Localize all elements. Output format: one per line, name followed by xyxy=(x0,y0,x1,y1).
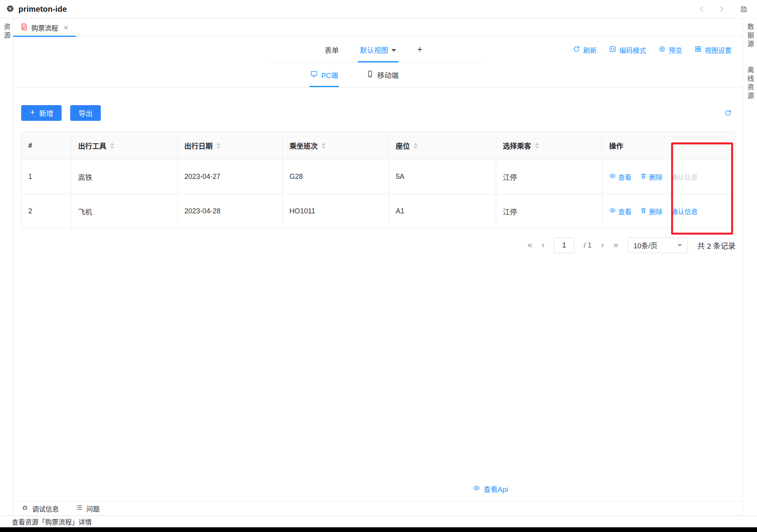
column-header-label: 出行工具 xyxy=(78,140,106,151)
column-header-date[interactable]: 出行日期 xyxy=(178,132,283,160)
phone-icon xyxy=(366,70,374,80)
preview-button[interactable]: 预览 xyxy=(659,45,682,55)
sort-icon xyxy=(217,143,220,149)
tab-mobile[interactable]: 移动端 xyxy=(366,63,399,87)
tab-default-view[interactable]: 默认视图 xyxy=(360,37,396,62)
add-view-button[interactable]: + xyxy=(417,37,422,62)
titlebar: primeton-ide xyxy=(0,0,757,18)
code-mode-icon xyxy=(609,46,616,55)
table-header-row: # 出行工具 出行日期 乘坐班次 xyxy=(22,132,735,160)
debug-info-label: 调试信息 xyxy=(32,504,59,514)
plus-icon xyxy=(29,109,36,117)
sort-icon xyxy=(414,143,418,149)
export-label: 导出 xyxy=(78,108,93,118)
tab-mobile-label: 移动端 xyxy=(377,70,399,80)
column-header-label: 乘坐班次 xyxy=(289,140,318,151)
column-header-label: 选择乘客 xyxy=(503,140,531,151)
cell-tool: 飞机 xyxy=(71,194,178,229)
eye-icon xyxy=(473,485,480,494)
cell-actions: 查看 删除 确认信息 xyxy=(602,160,735,194)
last-page-button[interactable]: » xyxy=(613,241,618,250)
confirm-info-button[interactable]: 确认信息 xyxy=(671,206,698,216)
app-title: primeton-ide xyxy=(18,5,67,14)
confirm-info-button[interactable]: 确认信息 xyxy=(671,172,698,182)
toolbar-actions: 刷新 编码模式 预览 xyxy=(573,37,732,63)
cell-index: 2 xyxy=(22,194,71,229)
view-api-link[interactable]: 查看Api xyxy=(473,484,508,494)
issues-tab[interactable]: 问题 xyxy=(75,504,100,514)
cell-trip: G28 xyxy=(283,160,389,194)
trash-icon xyxy=(640,173,647,181)
list-icon xyxy=(75,504,83,513)
cell-seat: A1 xyxy=(389,194,496,229)
records-table: # 出行工具 出行日期 乘坐班次 xyxy=(21,131,735,229)
delete-label: 删除 xyxy=(649,206,662,216)
trash-icon xyxy=(640,207,647,216)
column-header-trip[interactable]: 乘坐班次 xyxy=(283,132,389,160)
tab-default-view-label: 默认视图 xyxy=(360,45,388,55)
export-button[interactable]: 导出 xyxy=(70,105,101,121)
pagination: « ‹ / 1 › » 10条/页 共 2 条记录 xyxy=(13,237,735,253)
page-size-select[interactable]: 10条/页 xyxy=(628,237,688,253)
code-mode-label: 编码模式 xyxy=(619,45,646,55)
right-rail: 数据源 离线资源 xyxy=(742,18,757,516)
sidebar-item-datasource[interactable]: 数据源 xyxy=(745,23,755,49)
tab-pc[interactable]: PC端 xyxy=(310,63,338,87)
view-settings-label: 视图设置 xyxy=(705,45,732,55)
tab-form-view[interactable]: 表单 xyxy=(325,37,339,62)
cell-passenger: 江停 xyxy=(496,160,602,194)
tab-label: 购票流程 xyxy=(31,23,58,33)
save-icon[interactable] xyxy=(740,5,748,13)
device-tabs: PC端 移动端 xyxy=(13,63,742,87)
list-toolbar: 新增 导出 xyxy=(21,105,732,121)
refresh-label: 刷新 xyxy=(583,45,597,55)
refresh-button[interactable]: 刷新 xyxy=(573,45,597,55)
cell-passenger: 江停 xyxy=(496,194,602,229)
preview-icon xyxy=(659,46,666,55)
left-rail: 资源 xyxy=(0,18,13,516)
column-header-tool[interactable]: 出行工具 xyxy=(71,132,178,160)
column-header-actions: 操作 xyxy=(602,132,735,160)
main-area: 购票流程 表单 默认视图 + xyxy=(13,18,742,516)
first-page-button[interactable]: « xyxy=(528,241,532,250)
tab-ticket-flow[interactable]: 购票流程 xyxy=(13,18,76,36)
forward-chevron-icon[interactable] xyxy=(718,5,726,13)
page-number-input[interactable] xyxy=(554,237,574,253)
preview-label: 预览 xyxy=(669,45,682,55)
column-header-label: 座位 xyxy=(396,140,410,151)
column-header-seat[interactable]: 座位 xyxy=(389,132,496,160)
sort-icon xyxy=(322,143,326,149)
eye-icon xyxy=(609,173,616,181)
delete-button[interactable]: 删除 xyxy=(640,206,662,216)
tab-pc-label: PC端 xyxy=(321,70,338,80)
view-button[interactable]: 查看 xyxy=(609,206,631,216)
prev-page-button[interactable]: ‹ xyxy=(542,241,544,250)
sidebar-item-resources[interactable]: 资源 xyxy=(2,23,11,516)
delete-button[interactable]: 删除 xyxy=(640,172,662,182)
back-chevron-icon[interactable] xyxy=(698,5,706,13)
cell-seat: 5A xyxy=(389,160,496,194)
debug-info-tab[interactable]: 调试信息 xyxy=(21,504,59,514)
view-button[interactable]: 查看 xyxy=(609,172,631,182)
sort-icon xyxy=(535,143,539,149)
app-logo-icon xyxy=(5,4,15,14)
view-label: 查看 xyxy=(618,172,631,182)
column-header-label: # xyxy=(28,142,32,150)
add-record-label: 新增 xyxy=(39,108,53,118)
view-settings-button[interactable]: 视图设置 xyxy=(695,45,732,55)
code-mode-button[interactable]: 编码模式 xyxy=(609,45,646,55)
sidebar-item-offline-resources[interactable]: 离线资源 xyxy=(745,66,755,101)
close-icon[interactable] xyxy=(63,25,69,31)
cell-date: 2023-04-28 xyxy=(178,194,283,229)
cell-tool: 高铁 xyxy=(71,160,178,194)
column-header-passenger[interactable]: 选择乘客 xyxy=(496,132,602,160)
eye-icon xyxy=(609,207,616,216)
cell-index: 1 xyxy=(22,160,71,194)
add-record-button[interactable]: 新增 xyxy=(21,105,62,121)
refresh-icon xyxy=(573,46,580,55)
cell-actions: 查看 删除 确认信息 xyxy=(602,194,735,229)
table-row: 1 高铁 2023-04-27 G28 5A 江停 查看 xyxy=(22,160,735,194)
table-refresh-icon[interactable] xyxy=(724,109,732,117)
next-page-button[interactable]: › xyxy=(601,241,604,250)
chevron-down-icon xyxy=(677,244,682,247)
